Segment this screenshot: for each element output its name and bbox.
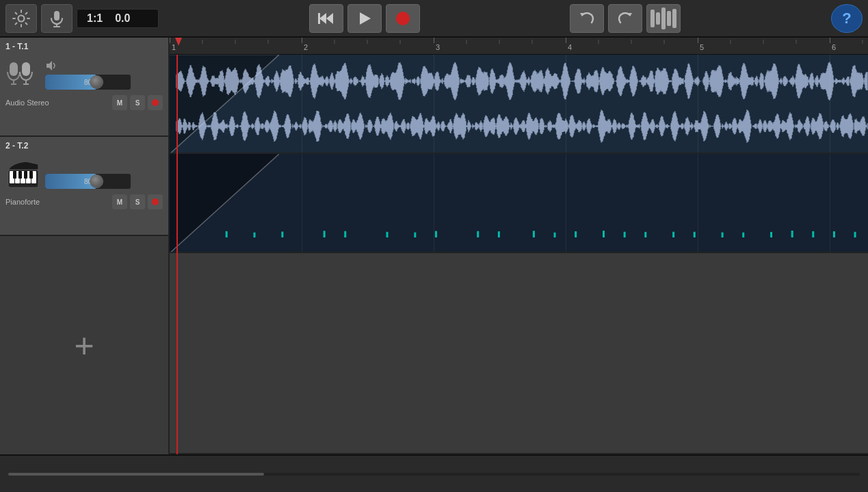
svg-marker-16 bbox=[47, 61, 52, 70]
rec-arm-dot-2 bbox=[152, 198, 159, 205]
svg-marker-5 bbox=[326, 13, 333, 24]
track-1-solo[interactable]: S bbox=[130, 95, 145, 110]
track-2-icon bbox=[5, 156, 41, 192]
ruler-mark-1: 1 bbox=[170, 38, 176, 51]
svg-rect-10 bbox=[10, 62, 18, 76]
ruler-mark-6: 6 bbox=[830, 38, 836, 51]
settings-button[interactable] bbox=[5, 4, 37, 33]
rewind-button[interactable] bbox=[309, 4, 343, 33]
track-lane-2[interactable] bbox=[170, 154, 868, 253]
volume-slider-1[interactable]: 80 bbox=[45, 75, 131, 90]
midi-notes-2 bbox=[170, 154, 868, 252]
empty-lane[interactable] bbox=[170, 253, 868, 454]
redo-button[interactable] bbox=[608, 4, 642, 33]
svg-marker-4 bbox=[319, 13, 326, 24]
track-2-instrument: Pianoforte bbox=[5, 198, 109, 206]
main-area: 1 - T.1 bbox=[0, 38, 868, 454]
track-2-rec-arm[interactable] bbox=[148, 194, 163, 209]
svg-rect-6 bbox=[318, 13, 320, 24]
add-track-button[interactable]: + bbox=[0, 236, 168, 454]
position-time: 0.0 bbox=[115, 12, 130, 25]
track-2-title: 2 - T.2 bbox=[5, 141, 163, 151]
ruler-mark-2: 2 bbox=[302, 38, 308, 51]
ruler-mark-4: 4 bbox=[566, 38, 572, 51]
toolbar: 1:1 0.0 bbox=[0, 0, 868, 38]
track-1-mute[interactable]: M bbox=[112, 95, 127, 110]
timeline-ruler: 1 2 3 4 5 6 bbox=[170, 38, 868, 55]
svg-rect-26 bbox=[29, 171, 33, 179]
svg-point-0 bbox=[18, 15, 25, 21]
position-bar-beat: 1:1 bbox=[87, 12, 103, 25]
ruler-mark-5: 5 bbox=[698, 38, 704, 51]
track-lane-1[interactable] bbox=[170, 55, 868, 154]
add-icon: + bbox=[74, 326, 94, 365]
position-display: 1:1 0.0 bbox=[77, 9, 159, 28]
track-header-2: 2 - T.2 bbox=[0, 137, 168, 236]
track-header-1: 1 - T.1 bbox=[0, 38, 168, 137]
track-2-solo[interactable]: S bbox=[130, 194, 145, 209]
svg-rect-25 bbox=[24, 171, 27, 179]
track-2-mute[interactable]: M bbox=[112, 194, 127, 209]
track-1-controls: Audio Stereo M S bbox=[5, 95, 163, 110]
undo-button[interactable] bbox=[570, 4, 604, 33]
track-1-instrument: Audio Stereo bbox=[5, 99, 109, 107]
svg-rect-12 bbox=[22, 62, 30, 76]
track-1-title: 1 - T.1 bbox=[5, 42, 163, 51]
waveform-1 bbox=[170, 55, 868, 153]
rec-arm-dot-1 bbox=[152, 99, 159, 106]
play-button[interactable] bbox=[347, 4, 382, 33]
track-2-controls: Pianoforte M S bbox=[5, 194, 163, 209]
record-indicator bbox=[396, 12, 410, 25]
svg-marker-43 bbox=[175, 38, 182, 46]
tracks-container bbox=[170, 55, 868, 454]
svg-marker-7 bbox=[360, 12, 371, 25]
track-headers: 1 - T.1 bbox=[0, 38, 170, 454]
svg-rect-1 bbox=[54, 11, 60, 21]
volume-knob-2[interactable] bbox=[90, 174, 103, 188]
timeline-area: 1 2 3 4 5 6 bbox=[170, 38, 868, 454]
volume-knob-1[interactable] bbox=[90, 75, 103, 89]
svg-rect-24 bbox=[18, 171, 22, 179]
volume-slider-2[interactable]: 80 bbox=[45, 174, 131, 189]
record-button[interactable] bbox=[386, 4, 420, 33]
svg-rect-23 bbox=[13, 171, 16, 179]
track-1-rec-arm[interactable] bbox=[148, 95, 163, 110]
help-button[interactable]: ? bbox=[831, 4, 863, 33]
bottom-bar bbox=[0, 454, 868, 492]
track-1-icon bbox=[5, 57, 41, 92]
microphone-button[interactable] bbox=[41, 4, 73, 33]
playhead bbox=[176, 55, 178, 454]
mixer-button[interactable] bbox=[646, 4, 681, 33]
volume-icon-1 bbox=[45, 60, 57, 72]
ruler-mark-3: 3 bbox=[434, 38, 440, 51]
